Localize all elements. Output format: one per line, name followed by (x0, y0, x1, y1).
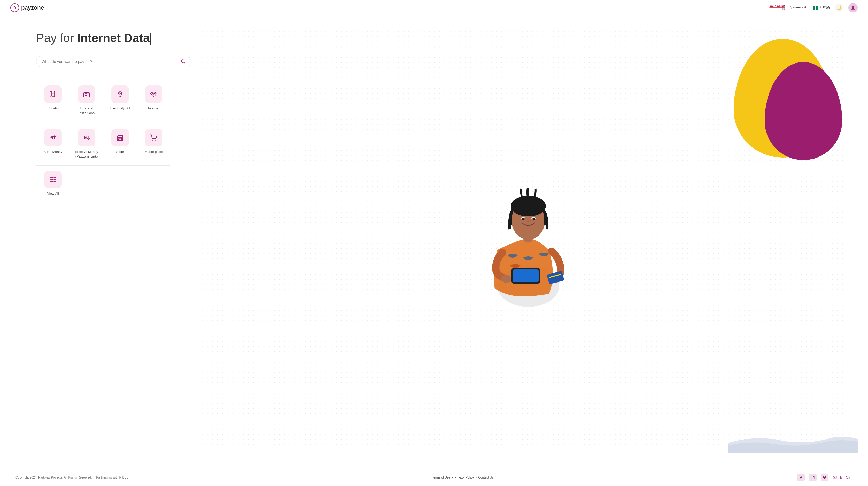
service-item-internet[interactable]: Internet (137, 80, 170, 121)
view-all-icon-box (44, 171, 62, 188)
svg-line-5 (184, 62, 185, 64)
search-button[interactable] (181, 59, 186, 64)
hero-person (471, 178, 585, 307)
financial-icon (83, 90, 90, 98)
svg-point-37 (54, 179, 56, 180)
svg-point-55 (532, 218, 535, 220)
search-input[interactable] (41, 59, 178, 64)
live-chat-button[interactable]: Live Chat (833, 475, 852, 480)
service-item-marketplace[interactable]: Marketplace (137, 124, 170, 164)
svg-point-30 (152, 140, 153, 141)
svg-point-4 (181, 60, 184, 63)
svg-rect-58 (811, 476, 814, 479)
svg-rect-10 (84, 93, 90, 97)
internet-icon-box (145, 86, 162, 103)
logo[interactable]: D payzone (10, 3, 44, 12)
view-all-icon (49, 175, 57, 183)
hero-title-normal: Pay for (36, 31, 77, 45)
electricity-icon (116, 90, 124, 98)
education-label: Education (45, 106, 60, 111)
svg-point-56 (527, 221, 530, 222)
svg-point-32 (51, 177, 52, 178)
service-item-electricity-bill[interactable]: Electricity Bill (103, 80, 137, 121)
send-money-label: Send Money (44, 150, 63, 154)
lang-text: ENG (823, 6, 830, 9)
svg-rect-7 (52, 91, 55, 96)
svg-rect-47 (513, 269, 538, 282)
marketplace-label: Marketplace (145, 150, 163, 154)
services-grid: Education Financial Institutions (36, 80, 191, 201)
svg-rect-26 (117, 137, 123, 140)
footer-dot-2: ● (475, 477, 476, 479)
footer: Copyright 2024, Parkway Projects. All Ri… (0, 469, 868, 486)
marketplace-icon (150, 134, 158, 141)
service-item-store[interactable]: Store (103, 124, 137, 164)
lang-separator: / (820, 6, 821, 9)
envelope-icon (833, 475, 837, 480)
svg-rect-29 (121, 138, 123, 139)
financial-icon-box (78, 86, 95, 103)
footer-link-terms[interactable]: Terms of Use (432, 476, 450, 479)
footer-copyright: Copyright 2024, Parkway Projects. All Ri… (16, 476, 129, 479)
receive-money-label: Receive Money (Payzone Link) (75, 150, 98, 159)
education-icon (49, 90, 57, 98)
send-money-icon-box: ₦ (44, 129, 62, 147)
header: D payzone Your Wallet ID N •••••••• 👁 / … (0, 0, 868, 15)
marketplace-icon-box (145, 129, 162, 147)
footer-link-contact[interactable]: Contact Us (478, 476, 493, 479)
svg-text:₦: ₦ (84, 135, 87, 140)
svg-point-44 (501, 275, 512, 283)
svg-point-21 (153, 96, 154, 97)
main-content: Pay for Internet Data (0, 15, 868, 469)
brush-stroke (728, 422, 858, 453)
footer-social: Live Chat (797, 474, 852, 481)
hero-title: Pay for Internet Data (36, 31, 191, 45)
svg-point-31 (155, 140, 156, 141)
user-avatar-button[interactable] (848, 3, 858, 12)
nigeria-flag-icon (813, 6, 818, 10)
footer-dot-1: ● (452, 477, 453, 479)
instagram-icon[interactable] (809, 474, 816, 481)
svg-rect-1 (815, 6, 816, 10)
svg-line-20 (120, 93, 120, 94)
svg-rect-2 (816, 6, 818, 10)
wallet-id: ID (782, 8, 785, 11)
svg-point-33 (53, 177, 54, 178)
language-selector[interactable]: / ENG (813, 6, 830, 10)
footer-link-privacy[interactable]: Privacy Policy (455, 476, 474, 479)
store-icon (116, 134, 124, 141)
facebook-icon[interactable] (797, 474, 805, 481)
service-item-send-money[interactable]: ₦ Send Money (36, 124, 70, 164)
hero-title-bold: Internet Data (77, 31, 150, 45)
wifi-icon (150, 90, 158, 98)
search-icon (181, 59, 186, 64)
view-all-label: View All (47, 191, 59, 196)
svg-point-59 (812, 477, 813, 478)
svg-point-35 (51, 179, 52, 180)
moon-icon: 🌙 (836, 5, 842, 10)
theme-toggle-button[interactable]: 🌙 (835, 4, 843, 12)
twitter-icon[interactable] (821, 474, 829, 481)
svg-rect-61 (833, 476, 836, 479)
wallet-balance[interactable]: N •••••••• 👁 (790, 6, 808, 9)
receive-money-icon: ₦ (83, 134, 90, 141)
electricity-label: Electricity Bill (110, 106, 130, 111)
service-item-education[interactable]: Education (36, 80, 70, 121)
service-item-receive-money[interactable]: ₦ Receive Money (Payzone Link) (70, 124, 103, 164)
send-money-icon: ₦ (49, 134, 57, 141)
wallet-area[interactable]: Your Wallet ID (770, 4, 785, 11)
service-item-financial-institutions[interactable]: Financial Institutions (70, 80, 103, 121)
hero-image-section (202, 31, 847, 453)
eye-icon[interactable]: 👁 (804, 6, 808, 9)
financial-label: Financial Institutions (79, 106, 95, 116)
svg-rect-0 (813, 6, 815, 10)
service-item-view-all[interactable]: View All (36, 165, 70, 201)
footer-links: Terms of Use ● Privacy Policy ● Contact … (432, 476, 493, 479)
logo-text: payzone (21, 4, 44, 11)
wallet-label: Your Wallet (770, 4, 785, 8)
internet-label: Internet (148, 106, 159, 111)
svg-point-36 (53, 179, 54, 180)
logo-icon: D (10, 3, 19, 12)
store-label: Store (116, 150, 124, 154)
svg-text:₦: ₦ (51, 135, 53, 140)
